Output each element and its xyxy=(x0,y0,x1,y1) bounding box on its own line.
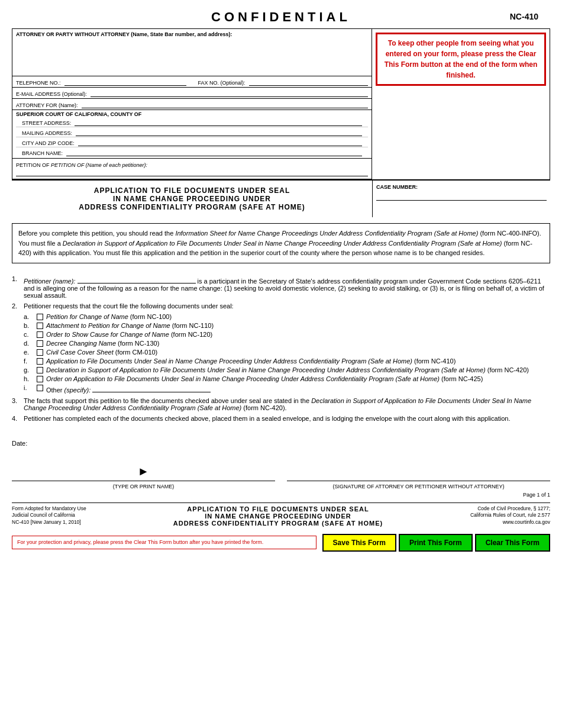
date-label: Date: xyxy=(12,440,27,447)
checkbox-g[interactable] xyxy=(37,367,43,373)
street-label: STREET ADDRESS: xyxy=(22,120,71,126)
footer-left-line1: Form Adopted for Mandatory Use xyxy=(12,505,95,513)
branch-line[interactable] xyxy=(66,148,362,156)
item-4-content: Petitioner has completed each of the doc… xyxy=(24,415,550,422)
subitem-c: c. Order to Show Cause for Change of Nam… xyxy=(24,331,550,338)
arrow-icon: ► xyxy=(138,465,150,478)
item-1-content: Petitioner (name): is a participant in t… xyxy=(24,275,550,299)
case-number-label: CASE NUMBER: xyxy=(376,184,418,190)
date-row: Date: xyxy=(12,440,550,447)
street-row: STREET ADDRESS: xyxy=(16,117,368,127)
app-title-line1: APPLICATION TO FILE DOCUMENTS UNDER SEAL xyxy=(15,186,369,195)
petition-row: PETITION OF PETITION OF (Name of each pe… xyxy=(12,159,372,179)
item-2-content: Petitioner requests that the court file … xyxy=(24,302,550,310)
footer-right-line3: www.courtinfo.ca.gov xyxy=(461,519,550,526)
subitem-i-label: i. xyxy=(24,384,37,391)
checkbox-b[interactable] xyxy=(37,323,43,329)
attorney-for-row: ATTORNEY FOR (Name): xyxy=(12,99,372,110)
page: CONFIDENTIAL NC-410 ATTORNEY OR PARTY WI… xyxy=(0,0,562,728)
subitem-e: e. Civil Case Cover Sheet (form CM-010) xyxy=(24,349,550,356)
fax-label: FAX NO. (Optional): xyxy=(198,80,246,86)
street-line[interactable] xyxy=(75,118,362,126)
item-3-content: The facts that support this petition to … xyxy=(24,397,550,411)
other-specify-field[interactable] xyxy=(92,384,211,392)
print-button[interactable]: Print This Form xyxy=(399,534,473,552)
clear-button[interactable]: Clear This Form xyxy=(475,534,550,552)
subitem-d: d. Decree Changing Name (form NC-130) xyxy=(24,340,550,347)
petitioner-name-field[interactable] xyxy=(77,275,196,284)
mailing-label: MAILING ADDRESS: xyxy=(22,130,72,136)
subitem-a: a. Petition for Change of Name (form NC-… xyxy=(24,313,550,320)
footer-left-line3: NC-410 [New January 1, 2010] xyxy=(12,519,95,526)
tel-line[interactable] xyxy=(64,78,186,86)
subitem-a-label: a. xyxy=(24,313,37,320)
subitem-d-label: d. xyxy=(24,340,37,347)
petition-label: PETITION OF PETITION OF (Name of each pe… xyxy=(16,162,147,168)
checkbox-f[interactable] xyxy=(37,358,43,365)
item-4-num: 4. xyxy=(12,415,24,422)
city-line[interactable] xyxy=(78,138,362,146)
app-title-section: APPLICATION TO FILE DOCUMENTS UNDER SEAL… xyxy=(12,180,550,217)
app-title-line3: ADDRESS CONFIDENTIALITY PROGRAM (SAFE AT… xyxy=(15,203,369,211)
item-2-text: Petitioner requests that the court file … xyxy=(24,302,234,310)
top-section: ATTORNEY OR PARTY WITHOUT ATTORNEY (Name… xyxy=(12,29,550,180)
fax-line[interactable] xyxy=(249,78,368,86)
subitem-c-label: c. xyxy=(24,331,37,338)
email-row: E-MAIL ADDRESS (Optional): xyxy=(12,88,372,99)
subitem-g-label: g. xyxy=(24,366,37,373)
subitem-e-text: Civil Case Cover Sheet (form CM-010) xyxy=(46,349,157,356)
mailing-line[interactable] xyxy=(76,128,362,136)
checkbox-a[interactable] xyxy=(37,314,43,320)
city-row: CITY AND ZIP CODE: xyxy=(16,137,368,147)
case-number-line[interactable] xyxy=(376,192,547,201)
item-2-num: 2. xyxy=(12,302,24,310)
subitem-f-label: f. xyxy=(24,357,37,365)
item-1-num: 1. xyxy=(12,275,24,282)
save-button[interactable]: Save This Form xyxy=(322,534,396,552)
email-label: E-MAIL ADDRESS (Optional): xyxy=(16,91,87,97)
court-section: SUPERIOR COURT OF CALIFORNIA, COUNTY OF … xyxy=(12,110,372,159)
subitem-d-text: Decree Changing Name (form NC-130) xyxy=(46,340,159,347)
checkbox-i[interactable] xyxy=(37,385,43,391)
info-text: Before you complete this petition, you s… xyxy=(18,230,541,256)
top-right-alert: To keep other people from seeing what yo… xyxy=(372,29,550,179)
item-3-num: 3. xyxy=(12,397,24,404)
petition-label-italic: PETITION OF (Name of each petitioner): xyxy=(51,162,147,168)
app-title: APPLICATION TO FILE DOCUMENTS UNDER SEAL… xyxy=(12,181,373,217)
bottom-bar: For your protection and privacy, please … xyxy=(12,531,550,554)
privacy-notice: For your protection and privacy, please … xyxy=(12,536,316,549)
checkbox-d[interactable] xyxy=(37,340,43,347)
body-content: 1. Petitioner (name): is a participant i… xyxy=(12,269,550,428)
subitem-g-text: Declaration in Support of Application to… xyxy=(46,366,529,373)
item-1: 1. Petitioner (name): is a participant i… xyxy=(12,275,550,299)
subitem-f: f. Application to File Documents Under S… xyxy=(24,357,550,365)
fax-field: FAX NO. (Optional): xyxy=(198,78,369,86)
form-title: CONFIDENTIAL xyxy=(12,6,550,29)
subitem-b-label: b. xyxy=(24,322,37,329)
alert-box: To keep other people from seeing what yo… xyxy=(376,33,546,86)
petition-line[interactable] xyxy=(16,168,368,176)
email-line[interactable] xyxy=(91,89,368,97)
sig-row: ► (TYPE OR PRINT NAME) (SIGNATURE OF ATT… xyxy=(12,465,550,489)
sig-label: (SIGNATURE OF ATTORNEY OR PETITIONER WIT… xyxy=(333,484,505,489)
top-left-fields: ATTORNEY OR PARTY WITHOUT ATTORNEY (Name… xyxy=(12,29,372,179)
subitem-h: h. Order on Application to File Document… xyxy=(24,375,550,382)
info-box: Before you complete this petition, you s… xyxy=(12,223,550,263)
checkbox-e[interactable] xyxy=(37,349,43,356)
tel-label: TELEPHONE NO.: xyxy=(16,80,61,86)
footer-left: Form Adopted for Mandatory Use Judicial … xyxy=(12,505,95,527)
subitem-a-text: Petition for Change of Name (form NC-100… xyxy=(46,313,172,320)
attorney-for-line[interactable] xyxy=(82,100,368,108)
checkbox-c[interactable] xyxy=(37,331,43,338)
page-number: Page 1 of 1 xyxy=(12,492,550,498)
checkbox-h[interactable] xyxy=(37,376,43,382)
subitem-b: b. Attachment to Petition for Change of … xyxy=(24,322,550,329)
city-label: CITY AND ZIP CODE: xyxy=(22,140,75,146)
sig-right-block: (SIGNATURE OF ATTORNEY OR PETITIONER WIT… xyxy=(287,465,550,489)
item-3: 3. The facts that support this petition … xyxy=(12,397,550,411)
subitem-i-text: Other (specify): xyxy=(46,384,211,394)
mailing-row: MAILING ADDRESS: xyxy=(16,127,368,137)
attorney-for-label: ATTORNEY FOR (Name): xyxy=(16,102,78,108)
footer-left-line2: Judicial Council of California xyxy=(12,512,95,519)
subitem-c-text: Order to Show Cause for Change of Name (… xyxy=(46,331,212,338)
